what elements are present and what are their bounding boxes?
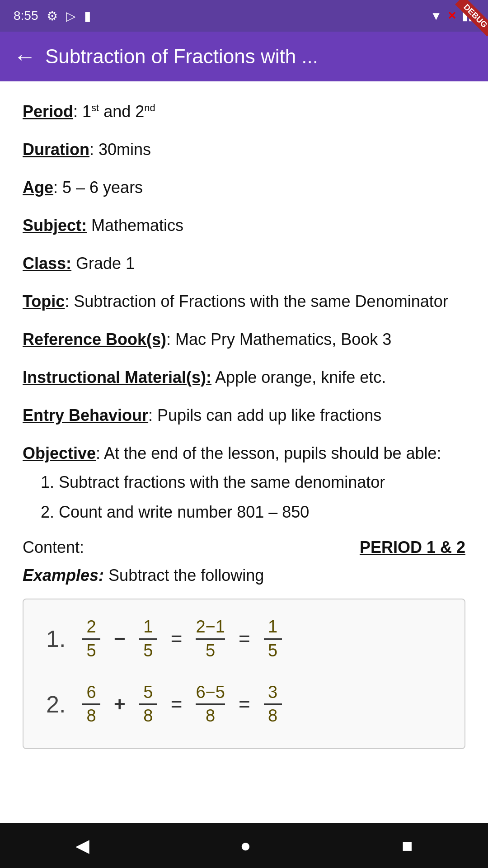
age-label: Age <box>23 178 53 197</box>
numerator-1-2: 1 <box>139 618 157 640</box>
instr-material-line: Instructional Material(s): Apple orange,… <box>23 365 465 390</box>
nav-recent-button[interactable]: ■ <box>388 831 426 860</box>
objective-value: : At the end of the lesson, pupils shoul… <box>96 444 441 462</box>
status-right: ▼ ✕ ▮▮ <box>430 9 474 23</box>
topic-line: Topic: Subtraction of Fractions with the… <box>23 289 465 314</box>
subject-label: Subject: <box>23 216 87 235</box>
examples-label: Examples: <box>23 566 104 585</box>
entry-behaviour-line: Entry Behaviour: Pupils can add up like … <box>23 403 465 428</box>
examples-text: Subtract the following <box>104 566 264 585</box>
eq-sign-2b: = <box>239 693 250 716</box>
instr-material-label: Instructional Material(s): <box>23 368 211 387</box>
content-label: Content: <box>23 538 84 557</box>
numerator-1-3: 2−1 <box>196 618 225 640</box>
entry-behaviour-value: : Pupils can add up like fractions <box>148 406 381 425</box>
list-item: Count and write number 801 – 850 <box>59 500 465 524</box>
fraction-2-3: 6−5 8 <box>196 683 225 726</box>
objective-line: Objective: At the end of the lesson, pup… <box>23 441 465 524</box>
instr-material-value: Apple orange, knife etc. <box>211 368 386 387</box>
fraction-1-4: 1 5 <box>264 618 282 660</box>
numerator-1-1: 2 <box>82 618 100 640</box>
denominator-2-1: 8 <box>82 705 100 726</box>
fraction-1-1: 2 5 <box>82 618 100 660</box>
op-sign-1: − <box>114 627 126 650</box>
denominator-1-4: 5 <box>264 640 282 660</box>
op-sign-2: + <box>114 693 126 716</box>
age-value: : 5 – 6 years <box>53 178 143 197</box>
class-line: Class: Grade 1 <box>23 251 465 276</box>
fraction-box: 1. 2 5 − 1 5 = 2−1 5 = 1 5 2. <box>23 599 465 749</box>
eq-sign-2a: = <box>171 693 183 716</box>
nav-bar: ◀ ● ■ <box>0 823 488 868</box>
fraction-example-1: 1. 2 5 − 1 5 = 2−1 5 = 1 5 <box>46 618 446 660</box>
main-content: Period: 1st and 2nd Duration: 30mins Age… <box>0 81 488 776</box>
eq-sign-1b: = <box>239 627 250 650</box>
entry-behaviour-label: Entry Behaviour <box>23 406 148 425</box>
subject-line: Subject: Mathematics <box>23 213 465 238</box>
topic-label: Topic <box>23 292 65 311</box>
status-bar: 8:55 ▷ ▮ ▼ ✕ ▮▮ <box>0 0 488 32</box>
objectives-list: Subtract fractions with the same denomin… <box>59 470 465 524</box>
numerator-2-3: 6−5 <box>196 683 225 705</box>
denominator-1-3: 5 <box>202 640 220 660</box>
objective-label: Objective <box>23 444 96 462</box>
fraction-example-2: 2. 6 8 + 5 8 = 6−5 8 = 3 8 <box>46 683 446 726</box>
class-value: Grade 1 <box>71 254 135 273</box>
play-icon: ▷ <box>66 9 76 24</box>
duration-label: Duration <box>23 140 89 159</box>
clipboard-icon: ▮ <box>84 9 91 24</box>
wifi-icon: ▼ <box>430 9 442 23</box>
time-display: 8:55 <box>14 9 38 23</box>
nav-back-button[interactable]: ◀ <box>62 830 103 860</box>
duration-value: : 30mins <box>89 140 151 159</box>
example-num-2: 2. <box>46 691 69 718</box>
numerator-2-4: 3 <box>264 683 282 705</box>
example-num-1: 1. <box>46 625 69 652</box>
gear-icon <box>47 9 58 24</box>
period-label: Period <box>23 102 73 121</box>
class-label: Class: <box>23 254 71 273</box>
denominator-2-4: 8 <box>264 705 282 726</box>
duration-line: Duration: 30mins <box>23 137 465 162</box>
back-button[interactable]: ← <box>14 45 36 68</box>
battery-icon: ▮▮ <box>462 9 474 23</box>
numerator-2-1: 6 <box>82 683 100 705</box>
numerator-1-4: 1 <box>264 618 282 640</box>
examples-line: Examples: Subtract the following <box>23 566 465 585</box>
ref-book-line: Reference Book(s): Mac Pry Mathematics, … <box>23 327 465 352</box>
app-bar-title: Subtraction of Fractions with ... <box>45 45 318 68</box>
period-value: : 1st and 2nd <box>73 102 155 121</box>
age-line: Age: 5 – 6 years <box>23 175 465 200</box>
signal-slash-icon: ✕ <box>447 9 456 22</box>
denominator-1-1: 5 <box>82 640 100 660</box>
fraction-1-3: 2−1 5 <box>196 618 225 660</box>
status-left: 8:55 ▷ ▮ <box>14 9 91 24</box>
denominator-2-3: 8 <box>202 705 220 726</box>
ref-book-value: : Mac Pry Mathematics, Book 3 <box>166 330 391 349</box>
numerator-2-2: 5 <box>139 683 157 705</box>
eq-sign-1a: = <box>171 627 183 650</box>
topic-value: : Subtraction of Fractions with the same… <box>65 292 448 311</box>
period-header: PERIOD 1 & 2 <box>360 538 465 557</box>
fraction-2-4: 3 8 <box>264 683 282 726</box>
app-bar: ← Subtraction of Fractions with ... <box>0 32 488 81</box>
list-item: Subtract fractions with the same denomin… <box>59 470 465 495</box>
fraction-2-2: 5 8 <box>139 683 157 726</box>
denominator-1-2: 5 <box>139 640 157 660</box>
nav-home-button[interactable]: ● <box>226 831 264 860</box>
subject-value: Mathematics <box>87 216 183 235</box>
denominator-2-2: 8 <box>139 705 157 726</box>
ref-book-label: Reference Book(s) <box>23 330 166 349</box>
fraction-1-2: 1 5 <box>139 618 157 660</box>
content-period-row: Content: PERIOD 1 & 2 <box>23 538 465 557</box>
period-line: Period: 1st and 2nd <box>23 99 465 124</box>
fraction-2-1: 6 8 <box>82 683 100 726</box>
